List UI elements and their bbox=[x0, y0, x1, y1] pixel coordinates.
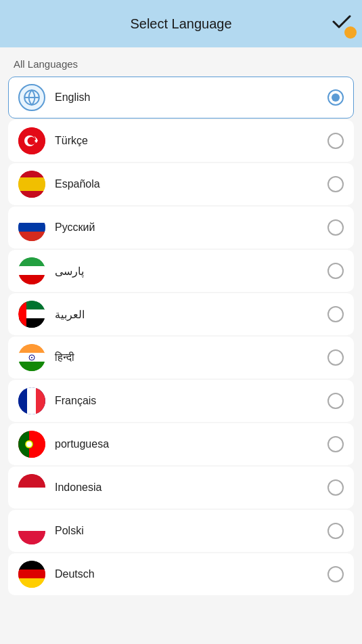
flag-ir-icon bbox=[18, 257, 45, 284]
svg-rect-27 bbox=[18, 362, 45, 371]
svg-rect-13 bbox=[18, 223, 45, 232]
radio-button[interactable] bbox=[327, 133, 344, 149]
language-item[interactable]: Deutsch bbox=[8, 553, 354, 595]
svg-rect-32 bbox=[27, 387, 37, 414]
language-item[interactable]: हिन्दी bbox=[8, 337, 354, 379]
radio-button[interactable] bbox=[327, 263, 344, 279]
flag-pl-icon bbox=[18, 517, 45, 544]
flag-ae-icon bbox=[18, 301, 45, 328]
svg-rect-47 bbox=[18, 570, 45, 579]
language-item[interactable]: Española bbox=[8, 163, 354, 205]
radio-button[interactable] bbox=[327, 393, 344, 409]
language-item[interactable]: Русский bbox=[8, 207, 354, 249]
language-name: Española bbox=[55, 178, 327, 190]
radio-button[interactable] bbox=[327, 523, 344, 539]
radio-button[interactable] bbox=[327, 176, 344, 192]
language-name: हिन्दी bbox=[55, 351, 327, 364]
svg-rect-25 bbox=[18, 344, 45, 353]
svg-rect-41 bbox=[18, 488, 45, 501]
svg-rect-48 bbox=[18, 578, 45, 588]
language-item[interactable]: Indonesia bbox=[8, 467, 354, 509]
flag-id-icon bbox=[18, 474, 45, 501]
language-item[interactable]: portuguesa bbox=[8, 423, 354, 465]
language-name: Русский bbox=[55, 221, 327, 234]
flag-es-icon bbox=[18, 171, 45, 198]
svg-point-4 bbox=[28, 137, 36, 145]
radio-inner-dot bbox=[332, 93, 340, 102]
svg-rect-44 bbox=[18, 531, 45, 544]
radio-button[interactable] bbox=[327, 566, 344, 582]
svg-rect-46 bbox=[18, 561, 45, 570]
svg-rect-18 bbox=[18, 275, 45, 284]
language-name: Türkçe bbox=[55, 135, 327, 147]
flag-in-icon bbox=[18, 344, 45, 371]
flag-pt-icon bbox=[18, 431, 45, 458]
language-name: العربية bbox=[55, 308, 327, 321]
flag-de-icon bbox=[18, 561, 45, 588]
language-name: Indonesia bbox=[55, 481, 327, 494]
svg-rect-43 bbox=[18, 517, 45, 531]
svg-point-38 bbox=[26, 442, 32, 447]
language-name: Polski bbox=[55, 525, 327, 537]
language-item[interactable]: پارسی bbox=[8, 250, 354, 292]
language-name: Deutsch bbox=[55, 568, 327, 580]
radio-button[interactable] bbox=[327, 479, 344, 496]
radio-button[interactable] bbox=[327, 436, 344, 452]
checkmark-icon bbox=[332, 14, 351, 33]
radio-button[interactable] bbox=[327, 89, 344, 106]
svg-rect-33 bbox=[36, 387, 45, 414]
language-item[interactable]: Türkçe bbox=[8, 120, 354, 162]
language-name: English bbox=[55, 91, 327, 104]
svg-rect-8 bbox=[18, 171, 45, 177]
language-item[interactable]: English bbox=[8, 77, 354, 119]
globe-icon bbox=[18, 84, 45, 111]
svg-point-29 bbox=[31, 357, 32, 358]
svg-rect-40 bbox=[18, 474, 45, 488]
notification-badge bbox=[344, 26, 357, 39]
language-item[interactable]: العربية bbox=[8, 293, 354, 335]
svg-rect-16 bbox=[18, 257, 45, 267]
confirm-button[interactable] bbox=[332, 14, 351, 33]
radio-button[interactable] bbox=[327, 349, 344, 366]
svg-rect-14 bbox=[18, 232, 45, 241]
svg-rect-9 bbox=[18, 177, 45, 191]
radio-button[interactable] bbox=[327, 306, 344, 322]
flag-ru-icon bbox=[18, 214, 45, 241]
section-heading: All Languages bbox=[0, 47, 362, 77]
language-item[interactable]: Polski bbox=[8, 510, 354, 552]
language-list: English Türkçe Española Русский bbox=[0, 77, 362, 595]
flag-tr-icon bbox=[18, 127, 45, 154]
page-title: Select Language bbox=[130, 16, 231, 32]
language-name: Français bbox=[55, 395, 327, 407]
app-header: Select Language bbox=[0, 0, 362, 47]
radio-button[interactable] bbox=[327, 219, 344, 236]
language-name: portuguesa bbox=[55, 438, 327, 450]
language-item[interactable]: Français bbox=[8, 380, 354, 422]
language-name: پارسی bbox=[55, 265, 327, 278]
flag-fr-icon bbox=[18, 387, 45, 414]
svg-rect-17 bbox=[18, 266, 45, 276]
svg-rect-12 bbox=[18, 214, 45, 223]
svg-rect-10 bbox=[18, 191, 45, 198]
svg-rect-23 bbox=[18, 301, 26, 328]
